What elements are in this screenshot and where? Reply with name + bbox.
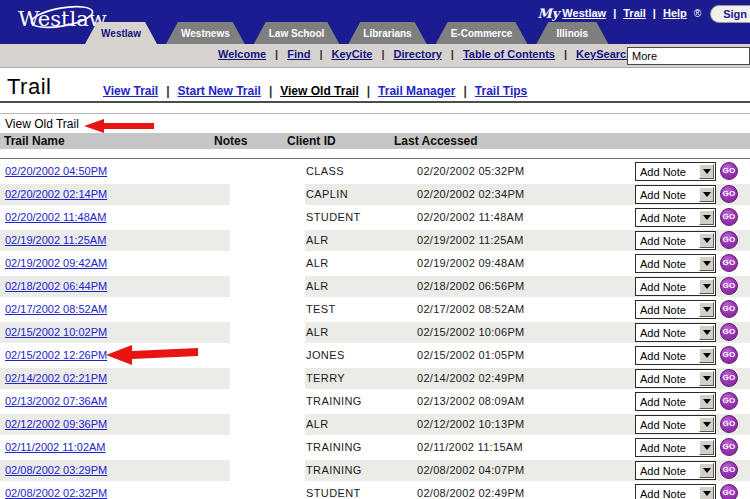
go-button[interactable]: GO — [720, 254, 738, 272]
client-id-cell: JONES — [306, 345, 345, 366]
add-note-select-value: Add Note — [640, 187, 686, 203]
add-note-select[interactable]: Add Note — [635, 231, 716, 250]
trail-name-link[interactable]: 02/20/2002 04:50PM — [5, 161, 107, 182]
section-title: View Old Trail — [5, 117, 79, 131]
dropdown-arrow-icon[interactable] — [699, 187, 714, 202]
add-note-select[interactable]: Add Note — [635, 484, 716, 499]
nav-link-keysearch[interactable]: KeySearch — [576, 48, 633, 60]
dropdown-arrow-icon[interactable] — [699, 486, 714, 499]
top-link-help[interactable]: Help — [663, 7, 687, 19]
tab-westlaw[interactable]: Westlaw — [85, 22, 157, 44]
go-button[interactable]: GO — [720, 484, 738, 499]
tab-librarians[interactable]: Librarians — [348, 22, 426, 44]
trail-name-link[interactable]: 02/08/2002 03:29PM — [5, 460, 107, 481]
tab-illinois[interactable]: Illinois — [536, 22, 608, 44]
red-arrow-icon — [106, 342, 198, 366]
dropdown-arrow-icon[interactable] — [699, 233, 714, 248]
trail-name-link[interactable]: 02/12/2002 09:36PM — [5, 414, 107, 435]
dropdown-arrow-icon[interactable] — [699, 371, 714, 386]
add-note-select[interactable]: Add Note — [635, 277, 716, 296]
red-arrow-icon — [84, 118, 154, 134]
go-button[interactable]: GO — [720, 438, 738, 456]
go-button[interactable]: GO — [720, 323, 738, 341]
subnav-trail-manager[interactable]: Trail Manager — [378, 84, 455, 98]
add-note-select[interactable]: Add Note — [635, 346, 716, 365]
add-note-select[interactable]: Add Note — [635, 162, 716, 181]
dropdown-arrow-icon[interactable] — [699, 164, 714, 179]
table-row: 02/18/2002 06:44PM ALR 02/18/2002 06:56P… — [0, 276, 750, 299]
go-button[interactable]: GO — [720, 346, 738, 364]
trail-name-link[interactable]: 02/15/2002 10:02PM — [5, 322, 107, 343]
add-note-select-value: Add Note — [640, 279, 686, 295]
subnav-start-new-trail[interactable]: Start New Trail — [178, 84, 261, 98]
top-link-westlaw[interactable]: Westlaw — [562, 7, 606, 19]
go-button[interactable]: GO — [720, 231, 738, 249]
trail-name-link[interactable]: 02/13/2002 07:36AM — [5, 391, 107, 412]
add-note-select[interactable]: Add Note — [635, 208, 716, 227]
go-button[interactable]: GO — [720, 369, 738, 387]
nav-link-find[interactable]: Find — [287, 48, 310, 60]
dropdown-arrow-icon[interactable] — [699, 417, 714, 432]
trail-name-link[interactable]: 02/17/2002 08:52AM — [5, 299, 107, 320]
go-button[interactable]: GO — [720, 461, 738, 479]
trail-name-link[interactable]: 02/11/2002 11:02AM — [5, 437, 106, 458]
trail-name-link[interactable]: 02/19/2002 11:25AM — [5, 230, 106, 251]
add-note-select[interactable]: Add Note — [635, 415, 716, 434]
more-dropdown[interactable]: More — [627, 47, 750, 65]
subnav-view-old-trail[interactable]: View Old Trail — [280, 84, 358, 98]
go-button[interactable]: GO — [720, 185, 738, 203]
tab-e-commerce[interactable]: E-Commerce — [436, 22, 528, 44]
top-link-trail[interactable]: Trail — [623, 7, 646, 19]
go-button[interactable]: GO — [720, 415, 738, 433]
separator: | — [463, 84, 466, 98]
go-button[interactable]: GO — [720, 162, 738, 180]
trail-name-link[interactable]: 02/20/2002 11:48AM — [5, 207, 106, 228]
subnav-view-trail[interactable]: View Trail — [103, 84, 158, 98]
go-button[interactable]: GO — [720, 300, 738, 318]
tab-law-school[interactable]: Law School — [254, 22, 340, 44]
page-title: Trail — [7, 74, 51, 100]
add-note-select[interactable]: Add Note — [635, 300, 716, 319]
add-note-select-value: Add Note — [640, 302, 686, 318]
dropdown-arrow-icon[interactable] — [699, 210, 714, 225]
dropdown-arrow-icon[interactable] — [699, 440, 714, 455]
trail-name-link[interactable]: 02/20/2002 02:14PM — [5, 184, 107, 205]
add-note-select[interactable]: Add Note — [635, 323, 716, 342]
product-tabs: WestlawWestnewsLaw SchoolLibrariansE-Com… — [85, 22, 608, 44]
nav-link-welcome[interactable]: Welcome — [218, 48, 266, 60]
trail-name-link[interactable]: 02/15/2002 12:26PM — [5, 345, 107, 366]
last-accessed-cell: 02/18/2002 06:56PM — [417, 276, 525, 297]
add-note-select[interactable]: Add Note — [635, 254, 716, 273]
go-button[interactable]: GO — [720, 208, 738, 226]
tab-westnews[interactable]: Westnews — [166, 22, 245, 44]
trail-name-link[interactable]: 02/18/2002 06:44PM — [5, 276, 107, 297]
add-note-select[interactable]: Add Note — [635, 392, 716, 411]
dropdown-arrow-icon[interactable] — [699, 394, 714, 409]
dropdown-arrow-icon[interactable] — [699, 348, 714, 363]
column-header-trail-name: Trail Name — [4, 134, 65, 148]
nav-link-table-of-contents[interactable]: Table of Contents — [463, 48, 555, 60]
trail-name-link[interactable]: 02/14/2002 02:21PM — [5, 368, 107, 389]
column-header-notes: Notes — [214, 134, 247, 148]
sign-off-button[interactable]: Sign — [710, 5, 750, 23]
go-button[interactable]: GO — [720, 392, 738, 410]
trail-name-link[interactable]: 02/08/2002 02:32PM — [5, 483, 107, 499]
dropdown-arrow-icon[interactable] — [699, 302, 714, 317]
dropdown-arrow-icon[interactable] — [699, 463, 714, 478]
dropdown-arrow-icon[interactable] — [699, 256, 714, 271]
add-note-select[interactable]: Add Note — [635, 185, 716, 204]
trail-name-link[interactable]: 02/19/2002 09:42AM — [5, 253, 107, 274]
nav-link-keycite[interactable]: KeyCite — [331, 48, 372, 60]
add-note-select[interactable]: Add Note — [635, 461, 716, 480]
dropdown-arrow-icon[interactable] — [699, 325, 714, 340]
column-header-last-accessed: Last Accessed — [394, 134, 478, 148]
last-accessed-cell: 02/19/2002 09:48AM — [417, 253, 525, 274]
nav-link-directory[interactable]: Directory — [394, 48, 442, 60]
table-row: 02/08/2002 03:29PM TRAINING 02/08/2002 0… — [0, 460, 750, 483]
table-row: 02/15/2002 12:26PM JONES 02/15/2002 01:0… — [0, 345, 750, 368]
add-note-select[interactable]: Add Note — [635, 438, 716, 457]
add-note-select[interactable]: Add Note — [635, 369, 716, 388]
go-button[interactable]: GO — [720, 277, 738, 295]
dropdown-arrow-icon[interactable] — [699, 279, 714, 294]
subnav-trail-tips[interactable]: Trail Tips — [475, 84, 527, 98]
